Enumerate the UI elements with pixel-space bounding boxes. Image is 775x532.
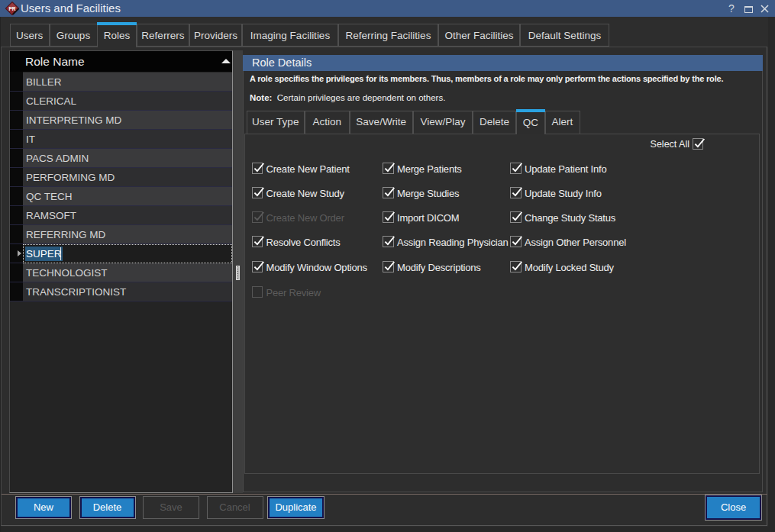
svg-text:PR: PR xyxy=(8,6,15,11)
